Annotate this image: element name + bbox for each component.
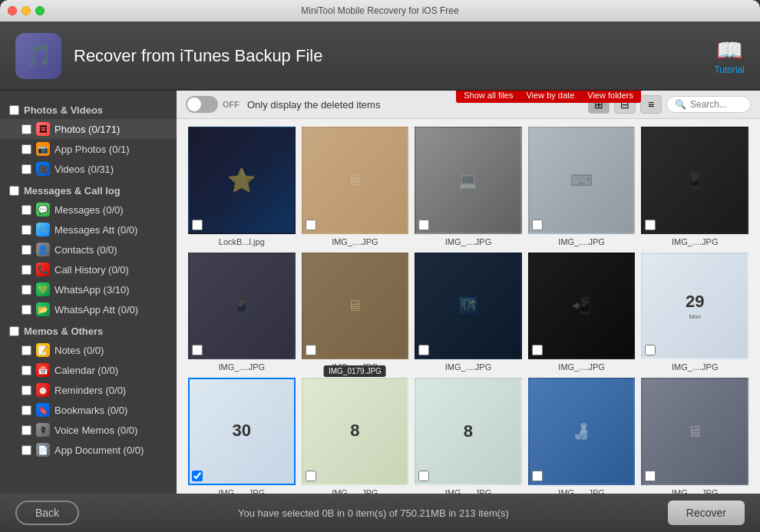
view-folders-button[interactable]: View folders [581,91,639,101]
photo-item[interactable]: 🖥 IMG_....JPG [302,127,409,246]
photo-thumbnail[interactable]: 📱 [188,253,296,360]
photo-filename: IMG_....JPG [641,488,748,494]
sidebar-item-notes[interactable]: 📝 Notes (0/0) [0,340,177,360]
item-checkbox-appdoc[interactable] [21,445,31,455]
item-checkbox-whatsapp[interactable] [21,285,31,295]
photo-thumbnail[interactable]: 🖥 [641,378,748,485]
back-button[interactable]: Back [15,501,79,525]
item-checkbox-messages[interactable] [21,205,31,215]
toggle-switch[interactable]: OFF [186,96,240,113]
section-checkbox-photos-videos[interactable] [9,105,19,115]
sidebar-item-photos[interactable]: 🖼 Photos (0/171) [0,119,177,139]
photo-item[interactable]: 💻 IMG_....JPG [415,127,522,246]
toggle-track[interactable] [186,96,218,113]
photo-thumbnail[interactable]: ⌨ [528,127,636,234]
sidebar-item-whatsappatt[interactable]: 📂 WhatsApp Att (0/0) [0,299,177,319]
sidebar-item-apphotos[interactable]: 📷 App Photos (0/1) [0,139,177,159]
maximize-button[interactable] [35,6,45,15]
photo-thumbnail[interactable]: 🌃 [415,253,522,360]
list-icon: ≡ [648,98,654,111]
photo-checkbox[interactable] [532,220,543,230]
photo-item[interactable]: 🖥 IMG_....JPG [302,253,409,372]
section-label-photos-videos: Photos & Videos [24,104,103,116]
photo-item[interactable]: ⭐ LockB...l.jpg [188,127,296,246]
search-box[interactable]: 🔍 [666,96,751,113]
photo-thumbnail[interactable]: 🖥 [302,127,409,234]
item-checkbox-reminders[interactable] [21,385,31,395]
item-checkbox-voicememos[interactable] [21,425,31,435]
photo-thumbnail[interactable]: 📲 [528,253,636,360]
photo-checkbox[interactable] [418,471,429,481]
photo-checkbox[interactable] [192,220,203,230]
list-view-button[interactable]: ≡ [640,95,662,114]
photo-thumbnail[interactable]: 🖥 [302,253,409,360]
sidebar-item-appdoc[interactable]: 📄 App Document (0/0) [0,440,177,460]
photo-checkbox[interactable] [532,471,543,481]
item-checkbox-bookmarks[interactable] [21,405,31,415]
close-button[interactable] [8,6,17,15]
sidebar-item-bookmarks[interactable]: 🔖 Bookmarks (0/0) [0,400,177,420]
photo-checkbox[interactable] [192,345,203,355]
photo-item[interactable]: 8 IMG_....JPG [415,378,522,494]
item-checkbox-calendar[interactable] [21,365,31,375]
sidebar-item-calendar[interactable]: 📅 Calendar (0/0) [0,360,177,380]
sidebar-item-contacts[interactable]: 👤 Contacts (0/0) [0,240,177,259]
item-checkbox-whatsappatt[interactable] [21,305,31,315]
photo-item[interactable]: 🌃 IMG_....JPG [415,253,522,372]
sidebar-item-whatsapp[interactable]: 💚 WhatsApp (3/10) [0,279,177,299]
photo-item[interactable]: 📱 IMG_....JPG [188,253,296,372]
sidebar-item-messagesatt[interactable]: 📎 Messages Att (0/0) [0,220,177,240]
photo-checkbox[interactable] [306,471,316,481]
photo-item[interactable]: 📲 IMG_....JPG [528,253,636,372]
recover-button[interactable]: Recover [668,501,745,525]
photo-thumbnail[interactable]: 29 Mon [641,253,748,360]
item-checkbox-apphotos[interactable] [21,144,31,154]
photo-checkbox[interactable] [192,471,203,481]
photo-checkbox[interactable] [645,220,656,230]
calendar-icon: 📅 [36,363,50,377]
sidebar-item-messages[interactable]: 💬 Messages (0/0) [0,200,177,220]
sidebar-item-voicememos[interactable]: 🎙 Voice Memos (0/0) [0,420,177,440]
photo-thumbnail[interactable]: 💻 [415,127,522,234]
sidebar-item-label-voicememos: Voice Memos (0/0) [55,425,137,436]
photo-checkbox[interactable] [306,220,316,230]
photo-item[interactable]: IMG_0179.JPG 8 IMG_....JPG [302,378,409,494]
photo-thumbnail[interactable]: IMG_0179.JPG 8 [302,378,409,485]
photo-item[interactable]: 🖥 IMG_....JPG [641,378,748,494]
item-checkbox-messagesatt[interactable] [21,225,31,235]
photo-item[interactable]: ⌨ IMG_....JPG [528,127,636,246]
photo-checkbox[interactable] [645,345,656,355]
photo-thumbnail[interactable]: 📱 [641,127,748,234]
item-checkbox-notes[interactable] [21,345,31,355]
section-checkbox-memos[interactable] [9,326,19,336]
photo-checkbox[interactable] [532,345,543,355]
sidebar-item-reminders[interactable]: ⏰ Reminders (0/0) [0,380,177,400]
item-checkbox-videos[interactable] [21,164,31,174]
photo-item[interactable]: 🍶 IMG_....JPG [528,378,636,494]
photo-item[interactable]: 29 Mon IMG_....JPG [641,253,748,372]
photo-item[interactable]: 📱 IMG_....JPG [641,127,748,246]
show-all-files-button[interactable]: Show all files [458,91,520,101]
item-checkbox-contacts[interactable] [21,245,31,255]
photo-item[interactable]: 30 IMG_....JPG [188,378,296,494]
photo-thumbnail[interactable]: ⭐ [188,127,296,234]
minimize-button[interactable] [21,6,31,15]
sidebar-item-label-messages: Messages (0/0) [55,204,124,216]
photo-checkbox[interactable] [306,345,316,355]
view-by-date-button[interactable]: View by date [520,91,581,101]
photo-thumbnail[interactable]: 🍶 [528,378,636,485]
photo-canvas: 🌃 [416,254,520,359]
photo-checkbox[interactable] [645,471,656,481]
photo-thumbnail[interactable]: 8 [415,378,522,485]
photo-canvas: 29 Mon [643,254,747,359]
search-input[interactable] [690,99,752,110]
photo-checkbox[interactable] [418,345,429,355]
sidebar-item-callhistory[interactable]: 📞 Call History (0/0) [0,259,177,279]
photo-checkbox[interactable] [418,220,429,230]
photo-thumbnail[interactable]: 30 [188,378,296,485]
section-checkbox-messages[interactable] [9,186,19,196]
item-checkbox-callhistory[interactable] [21,265,31,275]
tutorial-button[interactable]: 📖 Tutorial [714,37,745,74]
sidebar-item-videos[interactable]: 🎥 Videos (0/31) [0,159,177,179]
item-checkbox-photos[interactable] [21,124,31,134]
